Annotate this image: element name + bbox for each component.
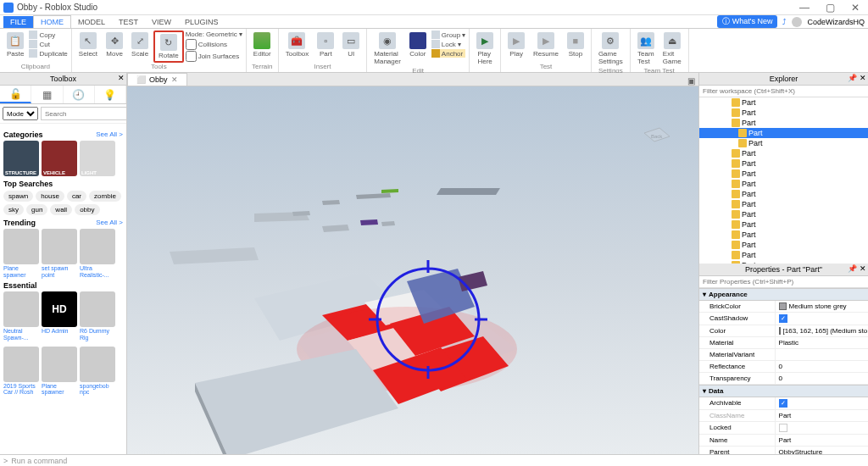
asset-card[interactable]: HDHD Admin (42, 291, 77, 341)
share-icon[interactable]: ⤴ (782, 18, 787, 26)
toolbox-button[interactable]: 🧰Toolbox (282, 31, 313, 59)
toolbox-search-input[interactable] (41, 107, 127, 120)
minimize-button[interactable]: — (795, 2, 814, 14)
see-all-link[interactable]: See All > (96, 219, 123, 227)
tree-item-part[interactable]: Part (699, 219, 868, 230)
whats-new-button[interactable]: ⓘ What's New (717, 15, 777, 28)
toolbox-close-icon[interactable]: ✕ (118, 74, 125, 82)
file-menu[interactable]: FILE (3, 16, 33, 28)
see-all-link[interactable]: See All > (96, 130, 123, 139)
search-chip[interactable]: wall (50, 204, 72, 215)
search-chip[interactable]: zombie (89, 191, 121, 202)
asset-card[interactable]: set spawn point (42, 229, 77, 278)
join-surfaces-toggle[interactable]: Join Surfaces (186, 51, 242, 62)
material-manager-button[interactable]: ◉Material Manager (370, 31, 404, 67)
duplicate-button[interactable]: Duplicate (29, 49, 67, 58)
terrain-editor-button[interactable]: Editor (250, 31, 275, 59)
explorer-filter-input[interactable] (699, 86, 868, 97)
property-row[interactable]: Reflectance0 (699, 361, 868, 373)
resume-button[interactable]: ▶Resume (530, 31, 562, 59)
asset-card[interactable]: spongebob npc (80, 347, 115, 396)
property-row[interactable]: ParentObbyStructure (699, 447, 868, 454)
tree-item-part[interactable]: Part (699, 108, 868, 118)
property-row[interactable]: NamePart (699, 435, 868, 447)
tab-home[interactable]: HOME (33, 15, 71, 28)
command-bar[interactable]: > Run a command (0, 454, 868, 466)
team-test-button[interactable]: 👥Team Test (634, 31, 658, 67)
maximize-button[interactable]: ▢ (821, 2, 839, 14)
tab-test[interactable]: TEST (112, 16, 145, 28)
tree-item-part[interactable]: Part (699, 97, 868, 108)
properties-filter-input[interactable] (699, 276, 868, 288)
paste-button[interactable]: 📋Paste (3, 31, 27, 59)
category-card[interactable]: LIGHT (80, 141, 115, 176)
tree-item-part[interactable]: Part (699, 128, 868, 138)
search-chip[interactable]: sky (3, 204, 24, 215)
toolbox-tab-inventory[interactable]: ▦ (31, 86, 63, 103)
toolbox-tab-creations[interactable]: 💡 (95, 86, 126, 103)
asset-card[interactable]: Plane spawner (42, 347, 77, 396)
search-chip[interactable]: house (36, 191, 64, 202)
checkbox[interactable]: ✓ (779, 314, 787, 323)
toolbox-tab-marketplace[interactable]: 🔓 (0, 86, 31, 103)
tree-item-part[interactable]: Part (699, 189, 868, 199)
toolbox-category-select[interactable]: Models (3, 107, 38, 120)
anchor-button[interactable]: Anchor (431, 49, 465, 58)
cut-button[interactable]: Cut (29, 40, 67, 48)
tree-item-part[interactable]: Part (699, 158, 868, 169)
tree-item-part[interactable]: Part (699, 118, 868, 128)
group-button[interactable]: Group ▾ (431, 31, 465, 39)
search-chip[interactable]: car (67, 191, 86, 202)
tab-view[interactable]: VIEW (145, 16, 178, 28)
tree-item-part[interactable]: Part (699, 169, 868, 179)
property-row[interactable]: CastShadow✓ (699, 313, 868, 325)
ui-button[interactable]: ▭UI (339, 31, 363, 59)
tab-model[interactable]: MODEL (71, 16, 112, 28)
part-button[interactable]: ▫Part (314, 31, 337, 59)
property-row[interactable]: MaterialPlastic (699, 337, 868, 349)
property-row[interactable]: Archivable✓ (699, 397, 868, 410)
asset-card[interactable]: Plane spawner (3, 229, 39, 278)
explorer-pin-icon[interactable]: 📌 ✕ (848, 74, 866, 82)
property-row[interactable]: BrickColorMedium stone grey (699, 301, 868, 313)
asset-card[interactable]: Ultra Realistic-... (80, 229, 115, 278)
search-chip[interactable]: obby (75, 204, 99, 215)
tree-item-part[interactable]: Part (699, 138, 868, 148)
tree-item-part[interactable]: Part (699, 148, 868, 158)
color-button[interactable]: Color (406, 31, 430, 59)
viewport-tab-obby[interactable]: ⬜Obby✕ (127, 73, 187, 86)
play-here-button[interactable]: ▶Play Here (473, 31, 497, 67)
property-row[interactable]: Transparency0 (699, 373, 868, 385)
copy-button[interactable]: Copy (29, 31, 67, 39)
move-tool[interactable]: ✥Move (103, 31, 126, 59)
rotate-tool[interactable]: ↻Rotate (153, 31, 184, 63)
property-group-data[interactable]: ▾Data (699, 385, 868, 397)
toolbox-tab-recent[interactable]: 🕘 (64, 86, 95, 103)
close-button[interactable]: ✕ (846, 2, 865, 14)
lock-button[interactable]: Lock ▾ (431, 40, 465, 48)
3d-viewport[interactable]: Back (127, 86, 698, 454)
tree-item-part[interactable]: Part (699, 209, 868, 219)
properties-pin-icon[interactable]: 📌 ✕ (848, 264, 866, 273)
scale-tool[interactable]: ⤢Scale (128, 31, 152, 59)
tree-item-part[interactable]: Part (699, 199, 868, 209)
stop-button[interactable]: ■Stop (564, 31, 587, 59)
category-card[interactable]: VEHICLE (42, 141, 77, 176)
user-avatar-icon[interactable] (792, 17, 802, 27)
asset-card[interactable]: Neutral Spawn-... (3, 291, 39, 341)
property-row[interactable]: Locked (699, 422, 868, 435)
tree-item-part[interactable]: Part (699, 240, 868, 250)
collisions-toggle[interactable]: Collisions (186, 39, 242, 50)
mode-dropdown[interactable]: Mode: Geometric ▾ (186, 31, 242, 38)
play-button[interactable]: ▶Play (504, 31, 528, 59)
category-card[interactable]: STRUCTURE (3, 141, 39, 176)
search-chip[interactable]: spawn (3, 191, 33, 202)
property-row[interactable]: Color[163, 162, 165] (Medium sto... (699, 325, 868, 337)
checkbox[interactable] (779, 424, 787, 432)
search-chip[interactable]: gun (26, 204, 47, 215)
asset-card[interactable]: 2019 Sports Car // Rosh (3, 347, 39, 396)
exit-game-button[interactable]: ⏏Exit Game (659, 31, 685, 67)
tree-item-part[interactable]: Part (699, 179, 868, 189)
property-row[interactable]: ClassNamePart (699, 410, 868, 422)
tree-item-part[interactable]: Part (699, 230, 868, 240)
